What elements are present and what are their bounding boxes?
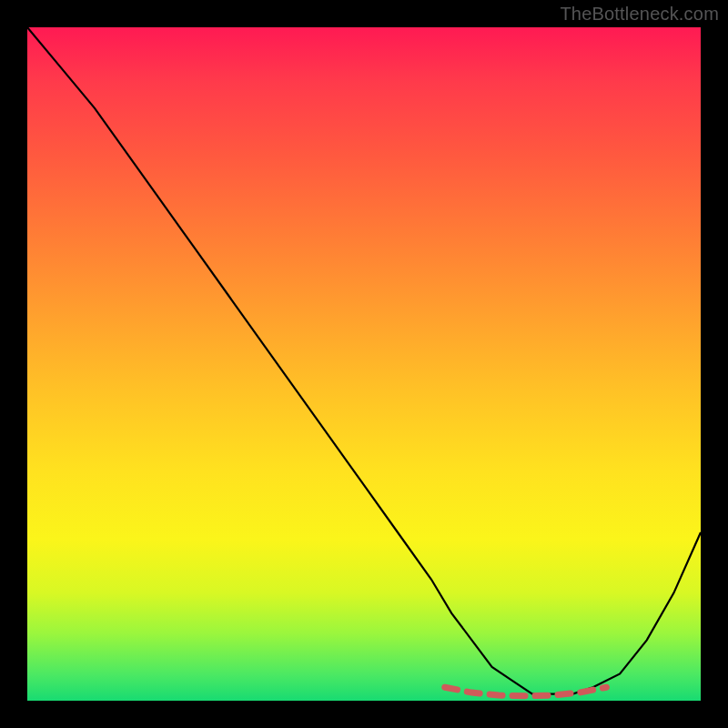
chart-svg xyxy=(27,27,701,701)
watermark-text: TheBottleneck.com xyxy=(560,4,719,25)
chart-frame: TheBottleneck.com xyxy=(0,0,728,728)
bottleneck-curve xyxy=(27,27,701,694)
plot-area xyxy=(27,27,701,701)
